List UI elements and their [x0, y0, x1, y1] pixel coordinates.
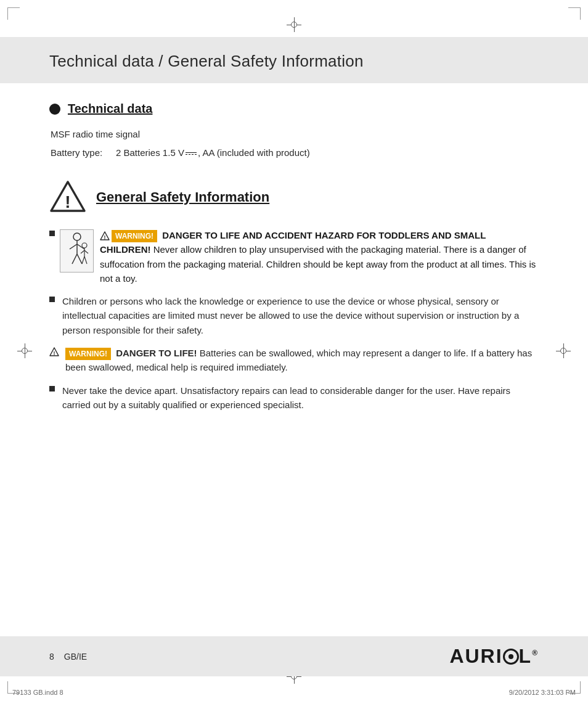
battery-value: 2 Batteries 1.5 V, AA (included with pro… [116, 146, 310, 160]
svg-line-11 [84, 250, 88, 253]
crosshair-left [17, 343, 32, 358]
warning-triangle-inline-icon: ! [100, 231, 110, 241]
svg-line-7 [77, 254, 82, 264]
svg-text:!: ! [54, 350, 55, 356]
print-info-right: 9/20/2012 3:31:03 PM [509, 689, 576, 696]
warning-badge-3: WARNING! [65, 348, 111, 361]
technical-data-title: Technical data [68, 102, 152, 116]
safety-header: ! General Safety Information [49, 179, 539, 216]
battery-line: Battery type: 2 Batteries 1.5 V, AA (inc… [51, 146, 539, 160]
safety-title: General Safety Information [96, 189, 269, 205]
svg-line-5 [77, 244, 84, 249]
warning-triangle-3-icon: ! [49, 347, 59, 357]
square-bullet-4-icon [49, 386, 55, 391]
child-figure-image [60, 229, 94, 273]
dc-symbol-icon [186, 152, 197, 155]
page-footer: 8 GB/IE AURI L® [0, 636, 588, 676]
print-info-left: 79133 GB.indd 8 [12, 689, 63, 696]
svg-line-12 [82, 256, 84, 264]
crosshair-right [556, 343, 571, 358]
item1-text: ! WARNING! DANGER TO LIFE AND ACCIDENT H… [100, 228, 539, 285]
warning-inline-3: ! [49, 347, 59, 357]
msf-label: MSF radio time signal [51, 127, 539, 142]
square-bullet-2-icon [49, 297, 55, 302]
main-content: Technical data MSF radio time signal Bat… [0, 83, 588, 433]
bullet-circle-icon [49, 104, 60, 115]
technical-data-header: Technical data [49, 102, 539, 116]
battery-label: Battery type: [51, 146, 112, 160]
svg-line-10 [81, 250, 84, 253]
print-info: 79133 GB.indd 8 9/20/2012 3:31:03 PM [12, 689, 576, 696]
region-label: GB/IE [64, 652, 87, 662]
crosshair-top [287, 17, 301, 32]
square-bullet-icon [49, 231, 55, 236]
page-number: 8 [49, 652, 54, 662]
item2-text: Children or persons who lack the knowled… [62, 294, 539, 337]
svg-line-13 [84, 256, 87, 264]
warning-badge-1: WARNING! [112, 230, 157, 243]
item1-body: Never allow children to play unsupervise… [100, 244, 536, 284]
safety-item-3: ! WARNING! DANGER TO LIFE! Batteries can… [49, 346, 539, 375]
page-title: Technical data / General Safety Informat… [49, 52, 539, 71]
corner-mark-tr [568, 7, 581, 20]
safety-item-1: ! WARNING! DANGER TO LIFE AND ACCIDENT H… [49, 228, 539, 285]
svg-point-2 [73, 233, 81, 240]
svg-point-8 [82, 243, 87, 248]
warning-triangle-large-icon: ! [49, 179, 86, 216]
item4-text: Never take the device apart. Unsatisfact… [62, 383, 539, 412]
header-band: Technical data / General Safety Informat… [0, 37, 588, 83]
footer-left: 8 GB/IE [49, 652, 87, 662]
item3-heading: DANGER TO LIFE! [116, 348, 197, 358]
svg-line-6 [72, 254, 77, 264]
auriol-logo: AURI L® [449, 645, 539, 668]
corner-mark-tl [7, 7, 20, 20]
warning-inline-1: ! WARNING! [100, 230, 160, 243]
safety-item-2: Children or persons who lack the knowled… [49, 294, 539, 337]
item1-left [49, 228, 94, 273]
item3-text: WARNING! DANGER TO LIFE! Batteries can b… [65, 346, 539, 375]
svg-text:!: ! [65, 192, 70, 211]
svg-text:!: ! [104, 234, 106, 240]
svg-line-4 [70, 244, 77, 249]
safety-item-4: Never take the device apart. Unsatisfact… [49, 383, 539, 412]
